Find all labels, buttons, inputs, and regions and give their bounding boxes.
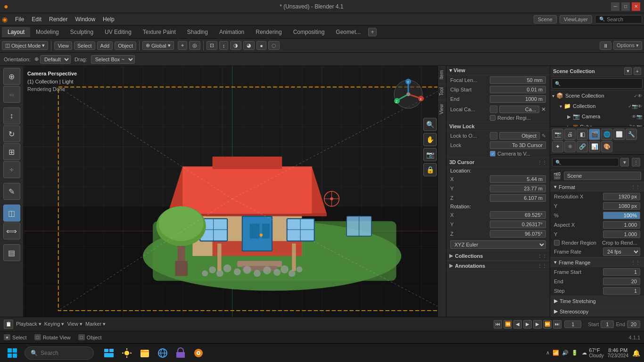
props-search-input[interactable] (563, 159, 616, 165)
props-options-btn[interactable]: ⋮ (632, 158, 640, 166)
outliner-item-cube[interactable]: ▶ ▣ Cube Z 👁 📷 (550, 122, 644, 127)
options-btn[interactable]: Options ▾ (613, 41, 642, 50)
frame-rate-selector[interactable]: 24 fps 25 fps 30 fps (603, 247, 640, 256)
start-button[interactable] (4, 345, 21, 362)
end-frame-input[interactable]: 20 (627, 321, 640, 328)
drag-selector[interactable]: Select Box ~ (91, 55, 135, 64)
network-icon[interactable]: 📶 (553, 350, 559, 356)
local-camera-clear[interactable]: ✕ (541, 106, 546, 113)
camera-eye[interactable]: 👁 (632, 114, 636, 119)
tab-rendering[interactable]: Rendering (250, 27, 287, 37)
stereoscopy-header[interactable]: ▶ Stereoscopy (550, 306, 644, 316)
lock-object-selector[interactable]: Object (499, 132, 540, 140)
snap-btn[interactable]: ⌖ (178, 41, 187, 50)
props-object-btn[interactable]: ⬜ (613, 129, 625, 140)
extra-tool[interactable]: ▤ (3, 244, 20, 261)
prev-frame-btn[interactable]: ⏪ (504, 320, 512, 329)
tab-animation[interactable]: Animation (214, 27, 250, 37)
scale-tool[interactable]: ⊞ (3, 143, 20, 160)
to-3d-cursor-label[interactable]: To 3D Cursor (490, 141, 546, 149)
props-modifier-btn[interactable]: 🔧 (626, 129, 637, 140)
hand-btn[interactable]: ✋ (423, 133, 437, 146)
cursor-x-value[interactable]: 5.44 m (490, 175, 546, 183)
outliner-filter-btn[interactable]: ▼ (624, 67, 632, 75)
frame-start-value[interactable]: 1 (603, 268, 640, 276)
annotations-section-header[interactable]: ▶ Annotations ⋮⋮ (446, 261, 550, 271)
res-pct-value[interactable]: 100% (603, 212, 640, 219)
camera-btn[interactable]: 📷 (423, 148, 437, 161)
local-camera-selector[interactable]: Ca... (499, 106, 539, 113)
camera-render[interactable]: 📷 (636, 114, 642, 119)
cursor-section-header[interactable]: 3D Cursor ⋮⋮ (446, 157, 550, 167)
taskbar-search[interactable]: 🔍 (25, 346, 94, 360)
frame-range-menu[interactable]: ⋮⋮ (631, 260, 640, 265)
playback-menu[interactable]: Playback ▾ (16, 321, 41, 327)
jump-end-btn[interactable]: ⏭ (553, 320, 561, 329)
move-tool[interactable]: ↕ (3, 107, 20, 124)
next-frame-btn[interactable]: ⏩ (543, 320, 552, 329)
collections-section-header[interactable]: ▶ Collections ⋮⋮ (446, 251, 550, 261)
marker-menu[interactable]: Marker ▾ (85, 321, 106, 327)
time-stretching-header[interactable]: ▶ Time Stretching (550, 296, 644, 306)
object-btn[interactable]: Object (115, 41, 136, 50)
taskbar-app-browser[interactable] (155, 346, 170, 361)
tab-uv-editing[interactable]: UV Editing (99, 27, 137, 37)
transform-tool[interactable]: ⊹ (3, 161, 20, 178)
keying-menu[interactable]: Keying ▾ (44, 321, 65, 327)
format-section-menu[interactable]: ⋮⋮ (631, 184, 640, 189)
lock-object-edit[interactable]: ✎ (542, 133, 546, 139)
outliner-item-camera[interactable]: ▶ 📷 Camera 👁 📷 (550, 111, 644, 122)
cursor-tool[interactable]: ⊕ (3, 68, 20, 85)
cursor-section-options[interactable]: ⋮⋮ (537, 160, 547, 165)
transform-selector[interactable]: ⊕ Global ▾ (142, 41, 174, 50)
props-view-layer-btn[interactable]: ◧ (577, 129, 588, 140)
collection-render[interactable]: 📷 (632, 104, 637, 109)
menu-edit[interactable]: Edit (28, 15, 45, 24)
annotations-options[interactable]: ⋮⋮ (537, 263, 547, 268)
cursor-rz-value[interactable]: 96.075° (490, 230, 546, 238)
item-tab[interactable]: Item (438, 66, 446, 83)
viewport-shading-xray[interactable]: ◌ (268, 41, 280, 50)
prev-keyframe-btn[interactable]: ◀ (513, 320, 522, 329)
pause-render-btn[interactable]: ⏸ (600, 41, 611, 50)
taskbar-app-blender[interactable] (191, 346, 206, 361)
cursor-y-value[interactable]: 23.77 m (490, 185, 546, 192)
measure-tool[interactable]: ⟺ (3, 222, 20, 239)
props-output-btn[interactable]: 🖨 (564, 129, 576, 140)
orientation-selector[interactable]: Default (40, 55, 71, 64)
collection-eye[interactable]: 👁 (637, 104, 642, 109)
props-constraints-btn[interactable]: 🔗 (577, 141, 588, 152)
cursor-z-value[interactable]: 6.107 m (490, 194, 546, 202)
gizmo-btn[interactable]: ↕ (219, 41, 229, 50)
timeline-icon[interactable]: 📋 (4, 320, 13, 329)
camera-to-view-checkbox[interactable]: ✓ (490, 151, 495, 156)
viewlayer-selector[interactable]: ViewLayer (564, 16, 588, 22)
view-menu[interactable]: View ▾ (67, 321, 83, 327)
viewport-shading-solid[interactable]: ◑ (230, 41, 241, 50)
props-filter-btn[interactable]: ▼ (620, 158, 629, 166)
scene-name-field[interactable]: Scene (564, 172, 641, 180)
notification-btn[interactable]: 🔔 (632, 349, 640, 357)
taskbar-app-explorer[interactable] (137, 346, 152, 361)
local-camera-toggle[interactable] (490, 106, 497, 113)
menu-help[interactable]: Help (99, 15, 118, 24)
mode-selector[interactable]: ◫ Object Mode ▾ (2, 41, 48, 50)
props-material-btn[interactable]: 🎨 (601, 141, 612, 152)
collection-vis[interactable]: ✓ (628, 104, 632, 109)
select-box-tool[interactable]: ▭ (3, 86, 20, 103)
taskbar-app-store[interactable] (173, 346, 188, 361)
tab-shading[interactable]: Shading (182, 27, 214, 37)
select-btn[interactable]: Select (74, 41, 95, 50)
close-button[interactable]: ✕ (632, 2, 640, 11)
aspect-y-value[interactable]: 1.000 (603, 230, 640, 238)
start-frame-input[interactable]: 1 (601, 321, 614, 328)
taskbar-app-files[interactable] (101, 346, 116, 361)
scene-selector[interactable]: Scene (538, 16, 553, 22)
viewport-gizmo[interactable]: Y X Z (389, 75, 427, 113)
viewport-shading-rendered[interactable]: ● (256, 41, 266, 50)
view-btn[interactable]: View (54, 41, 72, 50)
props-particles-btn[interactable]: ✦ (552, 141, 563, 152)
tab-sculpting[interactable]: Sculpting (65, 27, 99, 37)
lock-btn[interactable]: 🔒 (423, 163, 437, 176)
res-y-value[interactable]: 1080 px (603, 202, 640, 210)
